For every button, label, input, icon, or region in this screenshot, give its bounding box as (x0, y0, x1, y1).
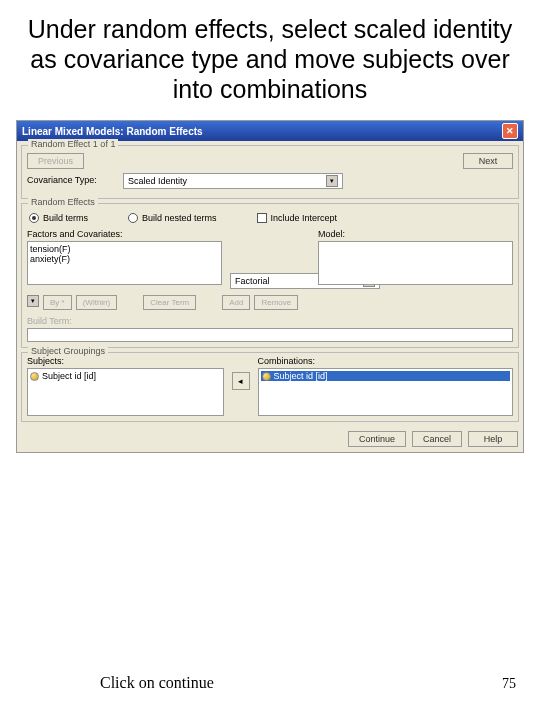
subject-groupings-frame: Subject Groupings Subjects: Subject id [… (21, 352, 519, 422)
include-intercept-checkbox[interactable]: Include Intercept (257, 213, 338, 223)
remove-button[interactable]: Remove (254, 295, 298, 310)
radio-icon (29, 213, 39, 223)
dialog-button-row: Continue Cancel Help (17, 426, 523, 452)
page-number: 75 (502, 676, 516, 692)
clear-term-button[interactable]: Clear Term (143, 295, 196, 310)
list-item[interactable]: Subject id [id] (261, 371, 510, 381)
chevron-down-icon[interactable]: ▾ (27, 295, 39, 307)
move-left-button[interactable]: ◂ (232, 372, 250, 390)
add-button[interactable]: Add (222, 295, 250, 310)
next-button[interactable]: Next (463, 153, 513, 169)
list-item[interactable]: anxiety(F) (30, 254, 219, 264)
covariance-type-select[interactable]: Scaled Identity ▾ (123, 173, 343, 189)
within-button[interactable]: (Within) (76, 295, 118, 310)
subjects-label: Subjects: (27, 356, 224, 366)
cancel-button[interactable]: Cancel (412, 431, 462, 447)
covariance-type-label: Covariance Type: (27, 175, 97, 185)
help-button[interactable]: Help (468, 431, 518, 447)
factors-listbox[interactable]: tension(F) anxiety(F) (27, 241, 222, 285)
checkbox-icon (257, 213, 267, 223)
model-listbox[interactable] (318, 241, 513, 285)
frame-title-2: Random Effects (28, 197, 98, 207)
dialog-title: Linear Mixed Models: Random Effects (22, 126, 502, 137)
by-button[interactable]: By * (43, 295, 72, 310)
build-nested-radio[interactable]: Build nested terms (128, 213, 217, 223)
combinations-label: Combinations: (258, 356, 513, 366)
random-effect-frame: Random Effect 1 of 1 Previous Next Covar… (21, 145, 519, 199)
factors-label: Factors and Covariates: (27, 229, 222, 239)
frame-title-3: Subject Groupings (28, 346, 108, 356)
titlebar[interactable]: Linear Mixed Models: Random Effects ✕ (17, 121, 523, 141)
previous-button[interactable]: Previous (27, 153, 84, 169)
footer-instruction: Click on continue (100, 674, 214, 692)
build-term-label: Build Term: (27, 316, 513, 326)
build-terms-radio[interactable]: Build terms (29, 213, 88, 223)
list-item[interactable]: Subject id [id] (30, 371, 221, 381)
covariance-type-value: Scaled Identity (128, 176, 187, 186)
frame-title-1: Random Effect 1 of 1 (28, 139, 118, 149)
instruction-text: Under random effects, select scaled iden… (0, 0, 540, 110)
continue-button[interactable]: Continue (348, 431, 406, 447)
model-label: Model: (318, 229, 513, 239)
variable-icon (262, 372, 271, 381)
combinations-listbox[interactable]: Subject id [id] (258, 368, 513, 416)
list-item[interactable]: tension(F) (30, 244, 219, 254)
build-term-input[interactable] (27, 328, 513, 342)
radio-icon (128, 213, 138, 223)
random-effects-frame: Random Effects Build terms Build nested … (21, 203, 519, 348)
close-icon[interactable]: ✕ (502, 123, 518, 139)
chevron-down-icon: ▾ (326, 175, 338, 187)
subjects-listbox[interactable]: Subject id [id] (27, 368, 224, 416)
random-effects-dialog: Linear Mixed Models: Random Effects ✕ Ra… (16, 120, 524, 453)
variable-icon (30, 372, 39, 381)
